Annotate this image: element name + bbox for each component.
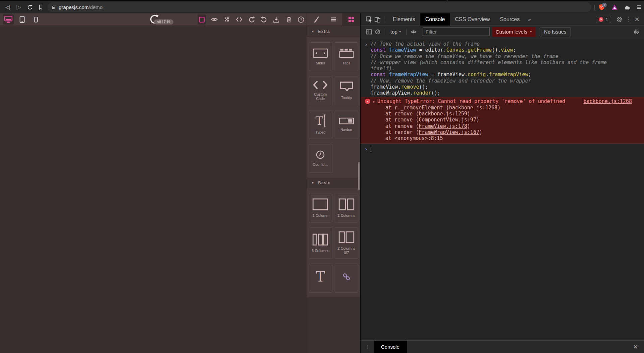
stack-location-link[interactable]: backbone.js:1259 [419, 111, 467, 117]
stack-location-link[interactable]: FrameView.js:178 [419, 123, 467, 129]
browser-menu-button[interactable] [634, 1, 644, 13]
extension-button[interactable] [609, 1, 620, 13]
open-settings-button[interactable] [325, 13, 342, 26]
url-text: grapesjs.com/demo [59, 4, 103, 10]
devtools-menu-button[interactable]: ⋮ [624, 16, 633, 22]
error-source-link[interactable]: backbone.js:1268 [584, 98, 632, 105]
stack-location-link[interactable]: ComponentView.js:97 [419, 117, 476, 123]
sidebar-toggle-icon [366, 29, 372, 35]
drawer-close-button[interactable]: ✕ [633, 343, 644, 351]
blocks-scrollbar[interactable] [358, 162, 360, 190]
editor-canvas[interactable] [0, 26, 307, 353]
desktop-device-button[interactable] [3, 14, 14, 24]
screen: ◁ ▷ grapesjs.com/demo 2 v0.17.19 ? ▼Extr… [0, 0, 644, 353]
block-label: 2 Columns [337, 213, 355, 218]
preview-button[interactable] [210, 14, 218, 24]
issues-button[interactable]: No Issues [540, 28, 571, 36]
stack-location-link[interactable]: FrameWrapView.js:167 [419, 129, 479, 135]
devtools-settings-button[interactable] [615, 15, 624, 24]
redo-button[interactable] [260, 14, 268, 24]
tablet-device-button[interactable] [16, 14, 28, 24]
slider-icon [313, 48, 328, 58]
undo-button[interactable] [247, 14, 256, 24]
clear-canvas-button[interactable] [284, 14, 293, 24]
log-levels-label: Custom levels [496, 29, 527, 35]
category-blocks-grid: 1 Column2 Columns3 Columns2 Columns 3/7T [307, 188, 360, 297]
tab-css-overview[interactable]: CSS Overview [450, 13, 495, 26]
open-code-button[interactable] [235, 14, 243, 24]
console-code-line: // Now, remove the frameView and rerende… [361, 78, 644, 84]
block-slider[interactable]: Slider [309, 42, 332, 71]
console-sidebar-toggle-button[interactable] [365, 28, 373, 36]
console-prompt[interactable]: › [361, 146, 644, 153]
device-toolbar-icon [374, 16, 381, 23]
border-visibility-button[interactable] [198, 14, 206, 24]
error-icon: ✕ [599, 17, 603, 22]
preview-icon [211, 16, 218, 23]
url-path: /demo [89, 4, 103, 10]
open-blocks-button[interactable] [342, 13, 360, 26]
block-countdown[interactable]: Countd… [309, 144, 332, 173]
back-button[interactable]: ◁ [3, 1, 12, 13]
devtools-panel: ElementsConsoleCSS OverviewSources » ✕ 1… [360, 13, 644, 353]
block-tabs[interactable]: Tabs [335, 42, 359, 71]
more-tabs-button[interactable]: » [525, 16, 534, 22]
inspect-element-button[interactable] [365, 15, 373, 24]
block-tooltip[interactable]: Tooltip [335, 76, 359, 105]
caret-down-icon: ▼ [530, 30, 532, 33]
drawer-menu-button[interactable]: ⋮ [361, 344, 373, 350]
block-three-columns[interactable]: 3 Columns [309, 228, 332, 259]
devtools-close-button[interactable]: ✕ [633, 16, 641, 23]
context-selector[interactable]: top [390, 29, 397, 35]
extensions-menu-button[interactable] [622, 1, 633, 13]
two-columns-37-icon [338, 231, 355, 243]
forward-button[interactable]: ▷ [14, 1, 23, 13]
open-styles-button[interactable] [307, 13, 325, 26]
console-error-entry[interactable]: ✕ ▶ Uncaught TypeError: Cannot read prop… [361, 97, 644, 144]
device-toolbar-button[interactable] [373, 15, 382, 24]
stack-location-link[interactable]: backbone.js:1268 [449, 105, 498, 111]
triangle-ext-icon [611, 4, 618, 11]
gear-icon [616, 16, 623, 22]
expand-triangle-icon[interactable]: ▶ [373, 98, 375, 105]
help-button[interactable]: ? [297, 14, 305, 24]
block-typed[interactable]: TTyped [309, 110, 332, 139]
stack-frame: at remove (FrameView.js:178) [361, 123, 644, 129]
block-one-column[interactable]: 1 Column [309, 194, 332, 222]
live-expression-button[interactable] [409, 28, 418, 36]
import-button[interactable] [272, 14, 280, 24]
block-custom-code[interactable]: Custom Code [309, 76, 332, 105]
tooltip-icon [339, 81, 354, 93]
console-settings-button[interactable] [632, 28, 641, 36]
block-navbar[interactable]: Navbar [335, 110, 359, 139]
log-levels-dropdown[interactable]: Custom levels ▼ [492, 27, 536, 37]
block-link[interactable] [335, 264, 359, 293]
block-label: Navbar [340, 128, 352, 132]
error-message-row: ✕ ▶ Uncaught TypeError: Cannot read prop… [361, 98, 644, 105]
tab-sources[interactable]: Sources [495, 13, 525, 26]
tab-console[interactable]: Console [420, 13, 450, 26]
console-code-line: itself). [361, 65, 644, 71]
error-count-badge[interactable]: ✕ 1 [596, 16, 611, 23]
reload-button[interactable] [25, 1, 35, 13]
bookmark-button[interactable] [36, 1, 45, 13]
puzzle-icon [624, 4, 630, 10]
clear-console-button[interactable] [373, 28, 382, 36]
console-filter-input[interactable] [423, 28, 490, 36]
category-header-basic[interactable]: ▼Basic [307, 178, 360, 188]
console-input-echo: › // Take the actual view of the frameco… [361, 39, 644, 96]
console-code-line: frameView.remove(); [361, 84, 644, 90]
brave-shield-button[interactable]: 2 [596, 1, 607, 13]
fullscreen-button[interactable] [222, 14, 231, 24]
mobile-device-button[interactable] [30, 14, 42, 24]
block-text[interactable]: T [309, 264, 332, 293]
console-toolbar: top ▼ Custom levels ▼ No Issues [361, 26, 644, 38]
blocks-scroll-area[interactable]: ▼ExtraSliderTabsCustom CodeTooltipTTyped… [307, 26, 360, 303]
block-two-columns[interactable]: 2 Columns [335, 194, 359, 222]
category-header-extra[interactable]: ▼Extra [307, 26, 360, 37]
open-styles-icon [312, 16, 319, 23]
tab-elements[interactable]: Elements [388, 13, 420, 26]
block-two-columns-37[interactable]: 2 Columns 3/7 [335, 228, 359, 259]
drawer-tab-console[interactable]: Console [374, 341, 407, 353]
address-bar[interactable]: grapesjs.com/demo [48, 2, 591, 12]
